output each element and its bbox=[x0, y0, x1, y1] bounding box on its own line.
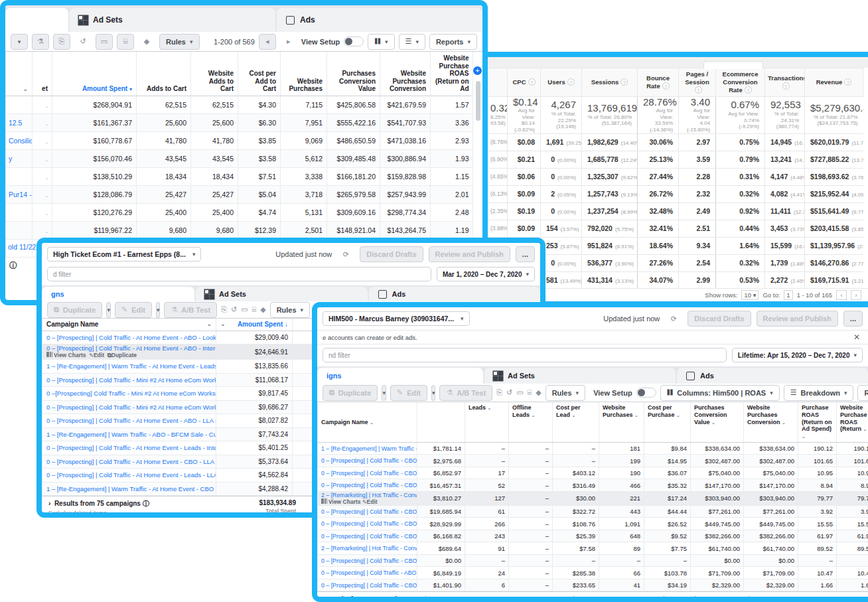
edit-button[interactable]: ✎ Edit bbox=[115, 302, 152, 318]
tab-campaigns[interactable]: igns bbox=[317, 368, 483, 384]
column-header[interactable]: Transactions? bbox=[765, 68, 805, 97]
column-header[interactable]: Cost per Purchase ⌄ bbox=[644, 402, 691, 442]
duplicate-button[interactable]: ⧉ Duplicate bbox=[47, 302, 102, 318]
refresh-icon[interactable]: ⟳ bbox=[337, 246, 354, 262]
campaign-link[interactable]: 1 – [Re-Engagement] | Warm Traffic - ABO… bbox=[318, 442, 417, 455]
campaign-link[interactable]: 1 – [Re-Engagement] | Warm Traffic - At … bbox=[42, 482, 216, 496]
tab-ad-sets[interactable]: Ad Sets bbox=[196, 287, 368, 301]
tag-icon[interactable]: ◆ bbox=[536, 385, 541, 401]
duplicate-dropdown[interactable] bbox=[382, 385, 386, 401]
more-button[interactable]: ... bbox=[516, 246, 535, 262]
edit-dropdown[interactable] bbox=[156, 302, 161, 318]
column-header[interactable]: Cost per Lead ⌄ bbox=[553, 402, 599, 442]
campaign-link-fragment[interactable]: old 11/22 bbox=[8, 243, 36, 251]
clipboard-icon[interactable]: ⎘ bbox=[53, 34, 70, 50]
edit-dropdown[interactable] bbox=[431, 385, 436, 401]
campaign-link[interactable]: 12.5 bbox=[6, 113, 33, 131]
ab-test-button[interactable]: ⚗ A/B Test bbox=[164, 302, 217, 318]
column-header[interactable]: ⌄ bbox=[6, 52, 33, 96]
edit-button[interactable]: ✎ Edit bbox=[390, 385, 427, 401]
column-header[interactable]: Campaign Name ⌄ bbox=[318, 402, 417, 442]
undo-icon[interactable]: ↺ bbox=[506, 385, 512, 401]
show-rows-select[interactable]: 10 ▾ bbox=[741, 290, 759, 300]
column-header[interactable]: Ecommerce Conversion Rate? bbox=[716, 68, 765, 97]
table-row[interactable]: y.$156,070.4643,54543,545$3.585,612$309,… bbox=[6, 149, 473, 167]
more-button[interactable]: ... bbox=[843, 311, 863, 327]
column-header[interactable]: Purchases Conversion Value ⌄ bbox=[691, 402, 744, 442]
campaign-row[interactable]: 0 – [Prospecting] | Cold Traffic - ABO -… bbox=[318, 567, 868, 579]
campaign-link[interactable]: 0 – [Prospecting] | Cold Traffic - CBO -… bbox=[318, 554, 417, 567]
campaign-row[interactable]: 2 – [Remarketing] | Hot Traffic - Conver… bbox=[318, 491, 868, 505]
rules-button[interactable]: Rules bbox=[545, 385, 586, 401]
column-header[interactable]: Website Purchases Conversion bbox=[380, 52, 431, 96]
table-row[interactable]: (6.90%)$0.210(0.00%)1,685,778(12.24%)25.… bbox=[485, 151, 863, 168]
pin-icon[interactable]: ⌸ bbox=[117, 34, 134, 50]
column-header[interactable]: Website Purchases Conversion ⌄ bbox=[744, 402, 798, 442]
column-header[interactable]: et bbox=[33, 52, 52, 96]
table-row[interactable]: .$119,967.229,6809,680$12.392,501$148,92… bbox=[6, 221, 473, 239]
column-header[interactable]: Website Purchase ROAS (Return on Ad bbox=[431, 52, 473, 96]
prev-page-button[interactable]: ◂ bbox=[259, 34, 276, 50]
tab-ads[interactable]: Ads bbox=[277, 8, 482, 32]
results-label[interactable]: › Results from 22 campaigns ⓘ bbox=[317, 594, 415, 602]
delete-icon[interactable]: ▭ bbox=[96, 34, 113, 50]
add-column-icon[interactable]: + bbox=[473, 66, 482, 75]
campaign-link[interactable]: 0 – [Prospecting] | Cold Traffic - ABO -… bbox=[318, 567, 417, 579]
view-setup-toggle[interactable] bbox=[636, 388, 656, 398]
column-header[interactable]: Website Purchases ⌄ bbox=[599, 402, 644, 442]
table-row[interactable]: (4.65%)$0.060(0.00%)1,325,307(9.62%)27.4… bbox=[485, 168, 863, 185]
tab-campaigns[interactable]: gns bbox=[42, 287, 194, 301]
close-icon[interactable]: ✕ bbox=[853, 333, 860, 342]
breakdown-button[interactable]: ☰ Breakdown bbox=[784, 385, 854, 401]
column-header[interactable]: Amount Spent ▾ bbox=[52, 52, 137, 96]
table-row[interactable]: (6.13%)$0.092(0.05%)1,257,743(9.13%)26.7… bbox=[485, 185, 863, 202]
pin-icon[interactable]: ⌸ bbox=[252, 302, 257, 318]
tab-ad-sets[interactable]: Ad Sets bbox=[484, 368, 676, 384]
columns-button[interactable]: ⦀⦀ bbox=[368, 34, 394, 50]
campaign-link[interactable]: 1 – [Re-Engagement] | Warm Traffic - At … bbox=[42, 360, 216, 374]
table-row[interactable]: (2.35%)$0.190(0.00%)1,237,254(8.99%)32.4… bbox=[485, 202, 863, 220]
tab-campaigns[interactable] bbox=[5, 8, 68, 32]
reports-button[interactable]: Reports bbox=[429, 34, 477, 50]
campaign-link[interactable]: 0 – [Prospecting] | Cold Traffic - CBO -… bbox=[318, 505, 417, 518]
column-header[interactable]: Website Purchases bbox=[281, 52, 327, 96]
column-header[interactable]: Revenue? bbox=[805, 68, 863, 97]
column-header[interactable]: Bounce Rate? bbox=[638, 68, 679, 97]
campaign-link[interactable]: 0 – [Prospecting] | Cold Traffic - CBO -… bbox=[318, 479, 417, 492]
column-header[interactable]: Leads ⌄ bbox=[465, 402, 509, 442]
reports-button[interactable]: Reports bbox=[857, 385, 868, 401]
duplicate-dropdown[interactable] bbox=[106, 302, 111, 318]
prev-page-button[interactable]: ‹ bbox=[836, 290, 847, 300]
tab-ad-sets[interactable]: Ad Sets bbox=[70, 8, 275, 32]
table-row[interactable]: (3.98%)$0.09154(3.57%)792,020(5.75%)32.4… bbox=[485, 220, 863, 237]
duplicate-button[interactable]: ⧉ Duplicate bbox=[323, 385, 378, 401]
campaign-link[interactable]: 0 – [Prospecting] | Cold Traffic - Mini … bbox=[42, 400, 216, 414]
campaign-link[interactable]: 0 – [Prospecting] | Cold Traffic - At Ho… bbox=[42, 414, 216, 428]
next-page-button[interactable]: › bbox=[851, 290, 861, 300]
results-label[interactable]: › Results from 75 campaigns ⓘ bbox=[48, 499, 220, 508]
scrollbar-thumb[interactable] bbox=[476, 81, 480, 121]
table-row[interactable]: .$268,904.9162,51562,515$4.307,115$425,8… bbox=[6, 96, 473, 113]
campaign-row[interactable]: 0 – [Prospecting] | Cold Traffic - CBO -… bbox=[318, 518, 868, 530]
campaign-row[interactable]: 0 – [Prospecting] | Cold Traffic - CBO -… bbox=[318, 530, 868, 542]
campaign-link[interactable]: y bbox=[6, 149, 33, 167]
review-publish-button[interactable]: Review and Publish bbox=[429, 246, 510, 262]
campaign-link[interactable]: 1 – [Re-Engagement] | Warm Traffic - ABO… bbox=[42, 427, 216, 441]
breakdown-button[interactable]: ☰ bbox=[399, 34, 425, 50]
column-header[interactable]: Cost per Add to Cart bbox=[238, 52, 281, 96]
table-row[interactable]: (8.76%)$0.081,691(39.25%)1,982,629(14.40… bbox=[485, 133, 863, 151]
search-filter-input[interactable]: d filter bbox=[47, 267, 431, 281]
discard-drafts-button[interactable]: Discard Drafts bbox=[360, 246, 423, 262]
campaign-link[interactable]: 0 – [Prospecting] | Cold Traffic - CBO -… bbox=[318, 579, 417, 591]
experiment-icon[interactable]: ⚗ bbox=[32, 34, 49, 50]
columns-button[interactable]: ⦀⦀ Columns: Him500 | ROAS bbox=[660, 385, 780, 401]
campaign-link[interactable]: 0 – [Prospecting] | Cold Traffic - At Ho… bbox=[42, 469, 216, 483]
campaign-link[interactable]: 0 – [Prospecting] | Cold Traffic - Mini … bbox=[42, 373, 216, 387]
date-range-button[interactable]: Lifetime: Apr 15, 2020 – Dec 7, 2020▾ bbox=[732, 348, 863, 362]
rules-button[interactable]: Rules bbox=[270, 302, 311, 318]
campaign-link[interactable]: 0 – [Prospecting] | Cold Traffic - CBO -… bbox=[318, 518, 417, 530]
table-row[interactable]: Consilid....$160,778.6741,78041,780$3.85… bbox=[6, 131, 473, 149]
undo-icon[interactable]: ↺ bbox=[231, 302, 237, 318]
search-filter-input[interactable]: nd filter bbox=[323, 348, 727, 362]
account-dropdown[interactable]: High Ticket Ecom #1 - Earnest Epps (8...… bbox=[47, 247, 201, 262]
